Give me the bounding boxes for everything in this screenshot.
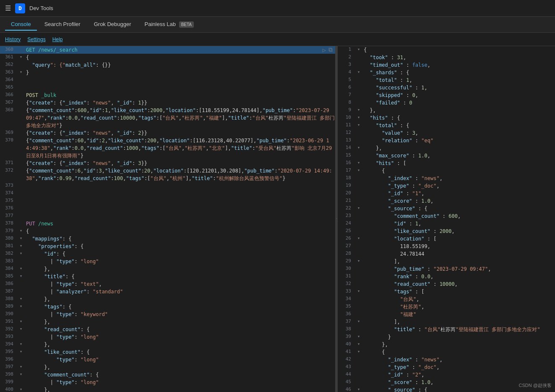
line-content: | "type": "long" xyxy=(24,258,335,265)
line-gutter[interactable]: ▾ xyxy=(18,69,24,75)
line-gutter[interactable]: ▾ xyxy=(355,235,362,241)
line-number: 378 xyxy=(0,220,18,226)
hamburger-icon[interactable]: ☰ xyxy=(5,4,11,12)
top-bar: ☰ D Dev Tools xyxy=(0,0,555,17)
line-gutter[interactable]: ▾ xyxy=(18,341,24,347)
line-content: POST _bulk xyxy=(24,91,335,99)
line-number: 371 xyxy=(0,159,18,165)
line-gutter[interactable]: ▾ xyxy=(18,235,24,241)
table-row: 394▾ }, xyxy=(0,341,335,348)
line-gutter[interactable]: ▾ xyxy=(355,205,362,211)
line-gutter[interactable]: ▾ xyxy=(18,227,24,233)
line-gutter[interactable]: ▾ xyxy=(18,54,24,60)
line-gutter[interactable]: ▾ xyxy=(18,318,24,324)
line-content: {"create": {"_index": "news", "_id": 1}} xyxy=(24,99,335,107)
line-gutter[interactable]: ▾ xyxy=(355,114,362,120)
line-content: "skipped" : 0, xyxy=(362,91,555,99)
table-row: 385▾ "title": { xyxy=(0,273,335,280)
line-number: 23 xyxy=(338,212,355,218)
table-row: 35 "杜苏芮", xyxy=(338,303,555,311)
line-gutter[interactable]: ▾ xyxy=(355,107,362,112)
sub-nav-settings[interactable]: Settings xyxy=(27,37,45,42)
line-content: {"comment_count":600,"id":1,"like_count"… xyxy=(24,107,335,129)
line-gutter[interactable]: ▾ xyxy=(355,386,362,392)
table-row: 371{"create": {"_index": "news", "_id": … xyxy=(0,159,335,167)
line-gutter[interactable]: ▾ xyxy=(18,348,24,354)
line-content: "like_count": { xyxy=(24,348,335,356)
table-row: 375 xyxy=(0,197,335,205)
line-gutter[interactable]: ▾ xyxy=(18,243,24,248)
table-row: 31 "rank" : 0.0, xyxy=(338,273,555,280)
line-gutter[interactable]: ▾ xyxy=(355,258,362,264)
table-row: 21 "_score" : 1.0, xyxy=(338,197,555,205)
line-gutter[interactable]: ▾ xyxy=(18,250,24,256)
table-row: 369{"create": {"_index": "news", "_id": … xyxy=(0,129,335,137)
line-number: 384 xyxy=(0,265,18,271)
line-gutter[interactable]: ▾ xyxy=(18,273,24,279)
copy-icon[interactable]: ⧉ xyxy=(328,46,333,53)
line-gutter[interactable]: ▾ xyxy=(355,46,362,52)
line-gutter[interactable]: ▾ xyxy=(18,386,24,392)
line-gutter xyxy=(355,303,362,303)
table-row: 13 "relation" : "eq" xyxy=(338,137,555,144)
line-number: 32 xyxy=(338,280,355,286)
line-gutter[interactable]: ▾ xyxy=(355,333,362,339)
table-row: 32 "read_count" : 10000, xyxy=(338,280,555,288)
line-gutter[interactable]: ▾ xyxy=(355,288,362,294)
line-gutter[interactable]: ▾ xyxy=(355,318,362,324)
line-number: 376 xyxy=(0,205,18,211)
line-gutter[interactable]: ▾ xyxy=(355,144,362,150)
table-row: 378PUT /news xyxy=(0,220,335,227)
line-content: | "analyzer": "standard" xyxy=(24,288,335,295)
right-code-area[interactable]: 1▾{2 "took" : 31,3 "timed_out" : false,4… xyxy=(338,46,555,392)
line-number: 391 xyxy=(0,318,18,324)
line-gutter[interactable]: ▾ xyxy=(355,159,362,165)
line-number: 29 xyxy=(338,258,355,264)
line-gutter[interactable]: ▾ xyxy=(18,371,24,377)
line-gutter[interactable]: ▾ xyxy=(355,348,362,354)
line-action-bar: ▷⧉ xyxy=(323,46,335,53)
line-number: 360 xyxy=(0,46,18,52)
line-gutter[interactable]: ▾ xyxy=(18,363,24,369)
line-content: {"create": {"_index": "news", "_id": 3}} xyxy=(24,159,335,167)
sub-nav-history[interactable]: History xyxy=(5,37,21,42)
tab-console[interactable]: Console xyxy=(5,18,37,31)
line-number: 380 xyxy=(0,235,18,241)
line-number: 387 xyxy=(0,288,18,294)
sub-nav-help[interactable]: Help xyxy=(52,37,63,42)
line-gutter[interactable]: ▾ xyxy=(18,326,24,332)
line-gutter[interactable]: ▾ xyxy=(18,295,24,301)
table-row: 390 | "type": "keyword" xyxy=(0,311,335,318)
line-number: 368 xyxy=(0,107,18,112)
line-content: "id": { xyxy=(24,250,335,258)
table-row: 44 "_id" : "2", xyxy=(338,371,555,379)
table-row: 34 "台风", xyxy=(338,295,555,303)
left-code-area[interactable]: 360GET /news/_search▷⧉361▾{362 "query": … xyxy=(0,46,335,392)
line-gutter[interactable]: ▾ xyxy=(18,265,24,271)
line-number: 394 xyxy=(0,341,18,347)
line-number: 361 xyxy=(0,54,18,60)
line-number: 392 xyxy=(0,326,18,332)
line-number: 28 xyxy=(338,250,355,256)
line-content: "title": { xyxy=(24,273,335,280)
run-icon[interactable]: ▷ xyxy=(323,47,326,53)
table-row: 16▾ "hits" : [ xyxy=(338,159,555,167)
line-gutter[interactable]: ▾ xyxy=(355,167,362,173)
line-content: "tags": { xyxy=(24,303,335,311)
line-content: }, xyxy=(362,341,555,348)
line-number: 400 xyxy=(0,386,18,392)
line-content: "_shards" : { xyxy=(362,69,555,76)
tab-painless-lab[interactable]: Painless Lab BETA xyxy=(139,18,200,31)
line-gutter[interactable]: ▾ xyxy=(355,341,362,347)
line-gutter[interactable]: ▾ xyxy=(355,69,362,75)
tab-search-profiler[interactable]: Search Profiler xyxy=(39,18,86,31)
table-row: 381▾ "properties": { xyxy=(0,243,335,250)
table-row: 10▾ "hits" : { xyxy=(338,114,555,122)
line-gutter[interactable]: ▾ xyxy=(18,303,24,309)
line-number: 377 xyxy=(0,212,18,218)
tab-grok-debugger[interactable]: Grok Debugger xyxy=(88,18,137,31)
line-gutter xyxy=(18,220,24,220)
line-number: 393 xyxy=(0,333,18,339)
line-gutter[interactable]: ▾ xyxy=(355,122,362,128)
line-number: 27 xyxy=(338,243,355,248)
